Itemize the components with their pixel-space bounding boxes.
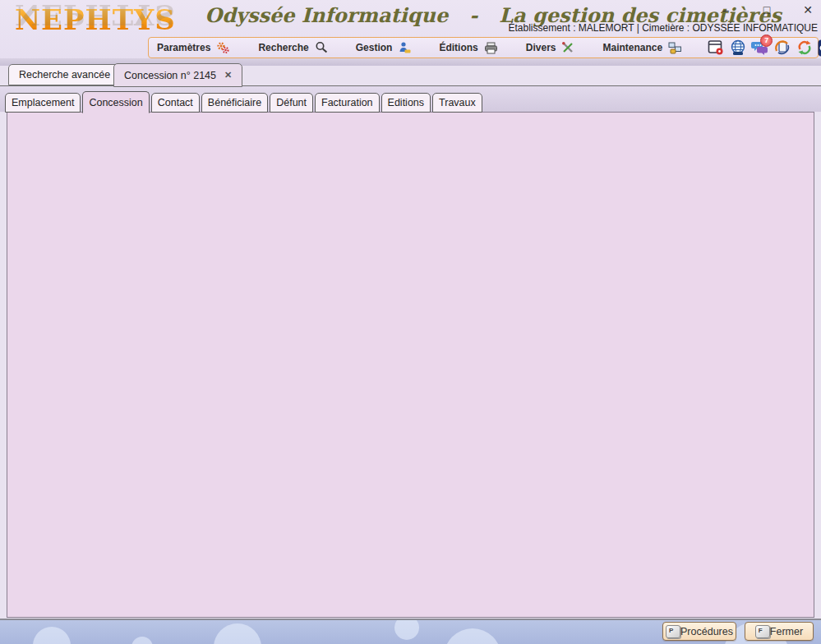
tab-close-icon[interactable]: ✕ [224, 70, 232, 80]
menu-bar: Paramètres Recherche Gestion [148, 37, 819, 58]
printer-icon [484, 42, 498, 54]
subtab-facturation[interactable]: Facturation [315, 93, 380, 113]
app-title-dash: - [469, 3, 477, 27]
subtab-defunt[interactable]: Défunt [270, 93, 313, 113]
globe-icon[interactable] [729, 39, 746, 57]
chat-icon[interactable]: 7 [751, 39, 768, 57]
menu-divers[interactable]: Divers [523, 39, 579, 56]
menu-recherche[interactable]: Recherche [255, 39, 330, 56]
subtab-emplacement[interactable]: Emplacement [5, 93, 81, 113]
person-icon [398, 41, 411, 54]
menu-editions[interactable]: Éditions [436, 40, 500, 56]
subtab-travaux[interactable]: Travaux [432, 93, 482, 113]
status-icons: 7 [707, 39, 821, 57]
chat-badge: 7 [760, 34, 773, 47]
concession-panel [7, 112, 814, 618]
tools-icon [561, 41, 574, 54]
close-button[interactable]: ✕ [801, 3, 814, 16]
search-icon [315, 41, 328, 54]
subtab-contact[interactable]: Contact [151, 93, 200, 113]
establishment-subtitle: Établissement : MALEMORT | Cimetière : O… [508, 22, 818, 34]
close-panel-button[interactable]: F Fermer [745, 622, 814, 641]
keyboard-key-icon: F [755, 625, 770, 638]
window-controls: – □ ✕ [719, 3, 814, 16]
subtab-concession[interactable]: Concession [82, 91, 149, 113]
subtab-beneficiaire[interactable]: Bénéficiaire [201, 93, 268, 113]
minimize-button[interactable]: – [719, 3, 732, 16]
network-icon [668, 42, 682, 54]
procedures-button[interactable]: P Procédures [662, 622, 736, 641]
sync-icon[interactable] [796, 39, 813, 57]
nephtys-logo-reflection: NEPHTYS [15, 0, 176, 31]
menu-parametres[interactable]: Paramètres [154, 40, 233, 56]
odyssee-logo-icon[interactable] [773, 39, 791, 57]
menu-maintenance[interactable]: Maintenance [599, 40, 685, 56]
menu-gestion[interactable]: Gestion [353, 39, 415, 56]
subtab-editions[interactable]: Editions [381, 93, 431, 113]
planning-icon[interactable] [707, 39, 724, 57]
app-title-left: Odyssée Informatique [205, 3, 448, 27]
application-window: NEPHTYS NEPHTYS Odyssée Informatique - L… [0, 0, 821, 644]
remote-support-icon[interactable] [818, 39, 821, 57]
keyboard-key-icon: P [666, 625, 680, 638]
subtab-bar: Emplacement Concession Contact Bénéficia… [5, 91, 482, 113]
maximize-button[interactable]: □ [760, 3, 773, 16]
gears-icon [216, 42, 230, 54]
tab-concession-2145[interactable]: Concession n° 2145 ✕ [113, 63, 242, 87]
